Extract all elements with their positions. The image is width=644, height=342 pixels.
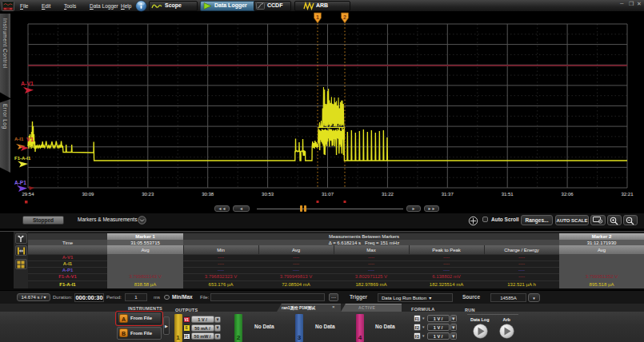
svg-text:A-P1: A-P1	[14, 180, 26, 185]
svg-text:2: 2	[343, 14, 346, 20]
svg-text:32:06: 32:06	[562, 192, 574, 197]
svg-text:F1-A-I1: F1-A-I1	[14, 156, 31, 161]
svg-text:A-I1: A-I1	[14, 137, 24, 141]
svg-text:30:53: 30:53	[262, 192, 274, 197]
svg-text:31:51: 31:51	[502, 192, 514, 197]
svg-text:30:23: 30:23	[142, 192, 154, 197]
svg-text:1: 1	[316, 14, 319, 20]
svg-text:31:07: 31:07	[322, 192, 334, 197]
svg-text:31:22: 31:22	[382, 192, 394, 197]
svg-text:30:09: 30:09	[82, 192, 94, 197]
svg-text:V1: V1	[26, 136, 34, 143]
svg-text:30:38: 30:38	[202, 192, 214, 197]
svg-text:A-V1: A-V1	[21, 81, 34, 86]
svg-text:32:21: 32:21	[621, 192, 634, 197]
svg-text:31:37: 31:37	[442, 192, 454, 197]
svg-text:29:54: 29:54	[22, 192, 34, 197]
